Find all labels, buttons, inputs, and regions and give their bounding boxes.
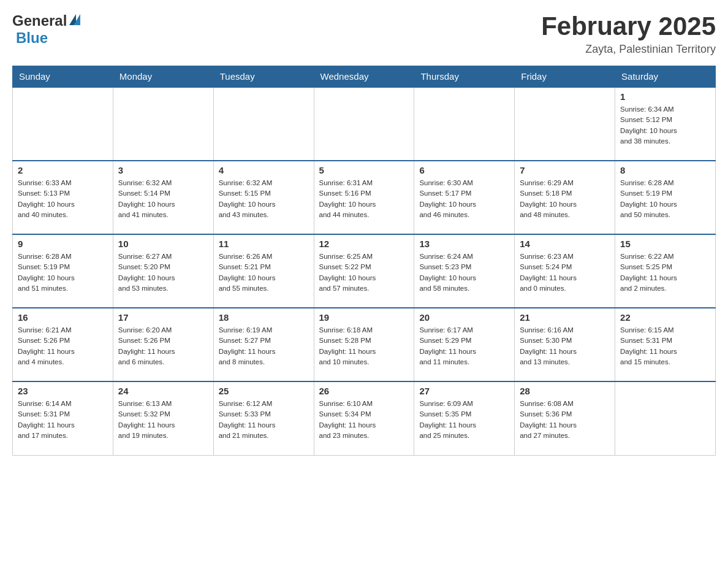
calendar-cell [414, 87, 515, 161]
week-row-2: 2Sunrise: 6:33 AM Sunset: 5:13 PM Daylig… [13, 161, 716, 234]
logo-triangles [69, 14, 80, 25]
header-right: February 2025 Zayta, Palestinian Territo… [541, 12, 716, 56]
calendar-cell: 27Sunrise: 6:09 AM Sunset: 5:35 PM Dayli… [414, 381, 515, 455]
calendar-cell: 7Sunrise: 6:29 AM Sunset: 5:18 PM Daylig… [515, 161, 615, 234]
calendar-cell: 24Sunrise: 6:13 AM Sunset: 5:32 PM Dayli… [113, 381, 213, 455]
day-info: Sunrise: 6:22 AM Sunset: 5:25 PM Dayligh… [620, 251, 710, 294]
calendar-cell: 12Sunrise: 6:25 AM Sunset: 5:22 PM Dayli… [314, 234, 414, 308]
day-info: Sunrise: 6:12 AM Sunset: 5:33 PM Dayligh… [219, 399, 309, 441]
calendar-cell: 28Sunrise: 6:08 AM Sunset: 5:36 PM Dayli… [515, 381, 615, 455]
day-number: 22 [620, 312, 710, 323]
day-number: 9 [18, 239, 108, 249]
day-info: Sunrise: 6:24 AM Sunset: 5:23 PM Dayligh… [419, 251, 509, 294]
day-info: Sunrise: 6:13 AM Sunset: 5:32 PM Dayligh… [118, 399, 208, 441]
day-number: 26 [319, 386, 409, 396]
day-number: 2 [18, 165, 108, 175]
column-header-friday: Friday [515, 66, 615, 88]
day-number: 1 [620, 91, 710, 102]
calendar-cell [113, 87, 213, 161]
calendar-cell: 3Sunrise: 6:32 AM Sunset: 5:14 PM Daylig… [113, 161, 213, 234]
day-info: Sunrise: 6:20 AM Sunset: 5:26 PM Dayligh… [118, 325, 208, 367]
column-header-sunday: Sunday [13, 66, 113, 88]
calendar-cell [213, 87, 314, 161]
day-info: Sunrise: 6:18 AM Sunset: 5:28 PM Dayligh… [319, 325, 409, 367]
calendar-cell: 9Sunrise: 6:28 AM Sunset: 5:19 PM Daylig… [13, 234, 113, 308]
page-header: General Blue February 2025 Zayta, Palest… [12, 12, 716, 56]
calendar-cell: 2Sunrise: 6:33 AM Sunset: 5:13 PM Daylig… [13, 161, 113, 234]
day-number: 25 [219, 386, 309, 396]
day-info: Sunrise: 6:33 AM Sunset: 5:13 PM Dayligh… [18, 178, 108, 220]
day-info: Sunrise: 6:09 AM Sunset: 5:35 PM Dayligh… [419, 399, 509, 441]
calendar-cell: 26Sunrise: 6:10 AM Sunset: 5:34 PM Dayli… [314, 381, 414, 455]
day-number: 20 [419, 312, 509, 323]
column-header-thursday: Thursday [414, 66, 515, 88]
calendar-cell: 20Sunrise: 6:17 AM Sunset: 5:29 PM Dayli… [414, 308, 515, 381]
day-number: 5 [319, 165, 409, 175]
location-subtitle: Zayta, Palestinian Territory [541, 43, 716, 56]
logo-blue-text: Blue [16, 29, 48, 47]
day-number: 17 [118, 312, 208, 323]
month-year-title: February 2025 [541, 12, 716, 40]
week-row-5: 23Sunrise: 6:14 AM Sunset: 5:31 PM Dayli… [13, 381, 716, 455]
column-header-tuesday: Tuesday [213, 66, 314, 88]
day-info: Sunrise: 6:17 AM Sunset: 5:29 PM Dayligh… [419, 325, 509, 367]
day-number: 4 [219, 165, 309, 175]
calendar-cell: 21Sunrise: 6:16 AM Sunset: 5:30 PM Dayli… [515, 308, 615, 381]
logo-general-text: General [12, 12, 67, 29]
calendar-cell: 4Sunrise: 6:32 AM Sunset: 5:15 PM Daylig… [213, 161, 314, 234]
day-number: 12 [319, 239, 409, 249]
week-row-3: 9Sunrise: 6:28 AM Sunset: 5:19 PM Daylig… [13, 234, 716, 308]
calendar-cell: 25Sunrise: 6:12 AM Sunset: 5:33 PM Dayli… [213, 381, 314, 455]
day-number: 10 [118, 239, 208, 249]
day-number: 3 [118, 165, 208, 175]
calendar-cell: 10Sunrise: 6:27 AM Sunset: 5:20 PM Dayli… [113, 234, 213, 308]
column-header-wednesday: Wednesday [314, 66, 414, 88]
day-info: Sunrise: 6:19 AM Sunset: 5:27 PM Dayligh… [219, 325, 309, 367]
day-number: 19 [319, 312, 409, 323]
day-info: Sunrise: 6:34 AM Sunset: 5:12 PM Dayligh… [620, 104, 710, 147]
calendar-cell: 6Sunrise: 6:30 AM Sunset: 5:17 PM Daylig… [414, 161, 515, 234]
day-number: 16 [18, 312, 108, 323]
day-info: Sunrise: 6:21 AM Sunset: 5:26 PM Dayligh… [18, 325, 108, 367]
day-info: Sunrise: 6:14 AM Sunset: 5:31 PM Dayligh… [18, 399, 108, 441]
day-number: 6 [419, 165, 509, 175]
calendar-cell: 17Sunrise: 6:20 AM Sunset: 5:26 PM Dayli… [113, 308, 213, 381]
day-info: Sunrise: 6:26 AM Sunset: 5:21 PM Dayligh… [219, 251, 309, 294]
calendar-cell [13, 87, 113, 161]
day-number: 11 [219, 239, 309, 249]
column-header-monday: Monday [113, 66, 213, 88]
day-info: Sunrise: 6:32 AM Sunset: 5:14 PM Dayligh… [118, 178, 208, 220]
day-info: Sunrise: 6:32 AM Sunset: 5:15 PM Dayligh… [219, 178, 309, 220]
day-number: 23 [18, 386, 108, 396]
calendar-cell: 11Sunrise: 6:26 AM Sunset: 5:21 PM Dayli… [213, 234, 314, 308]
calendar-cell: 1Sunrise: 6:34 AM Sunset: 5:12 PM Daylig… [615, 87, 716, 161]
week-row-4: 16Sunrise: 6:21 AM Sunset: 5:26 PM Dayli… [13, 308, 716, 381]
calendar-cell [314, 87, 414, 161]
calendar-cell: 23Sunrise: 6:14 AM Sunset: 5:31 PM Dayli… [13, 381, 113, 455]
day-info: Sunrise: 6:15 AM Sunset: 5:31 PM Dayligh… [620, 325, 710, 367]
day-number: 27 [419, 386, 509, 396]
column-header-saturday: Saturday [615, 66, 716, 88]
calendar-cell [515, 87, 615, 161]
day-info: Sunrise: 6:30 AM Sunset: 5:17 PM Dayligh… [419, 178, 509, 220]
calendar-cell: 14Sunrise: 6:23 AM Sunset: 5:24 PM Dayli… [515, 234, 615, 308]
day-info: Sunrise: 6:28 AM Sunset: 5:19 PM Dayligh… [620, 178, 710, 220]
day-info: Sunrise: 6:08 AM Sunset: 5:36 PM Dayligh… [520, 399, 610, 441]
day-number: 7 [520, 165, 610, 175]
day-info: Sunrise: 6:29 AM Sunset: 5:18 PM Dayligh… [520, 178, 610, 220]
calendar-header-row: SundayMondayTuesdayWednesdayThursdayFrid… [13, 66, 716, 88]
day-number: 24 [118, 386, 208, 396]
calendar-cell [615, 381, 716, 455]
calendar-cell: 5Sunrise: 6:31 AM Sunset: 5:16 PM Daylig… [314, 161, 414, 234]
day-info: Sunrise: 6:31 AM Sunset: 5:16 PM Dayligh… [319, 178, 409, 220]
day-number: 28 [520, 386, 610, 396]
calendar-cell: 16Sunrise: 6:21 AM Sunset: 5:26 PM Dayli… [13, 308, 113, 381]
day-info: Sunrise: 6:27 AM Sunset: 5:20 PM Dayligh… [118, 251, 208, 294]
day-number: 14 [520, 239, 610, 249]
day-number: 18 [219, 312, 309, 323]
calendar-cell: 13Sunrise: 6:24 AM Sunset: 5:23 PM Dayli… [414, 234, 515, 308]
calendar-cell: 22Sunrise: 6:15 AM Sunset: 5:31 PM Dayli… [615, 308, 716, 381]
day-info: Sunrise: 6:23 AM Sunset: 5:24 PM Dayligh… [520, 251, 610, 294]
calendar-cell: 15Sunrise: 6:22 AM Sunset: 5:25 PM Dayli… [615, 234, 716, 308]
calendar-table: SundayMondayTuesdayWednesdayThursdayFrid… [12, 66, 716, 456]
